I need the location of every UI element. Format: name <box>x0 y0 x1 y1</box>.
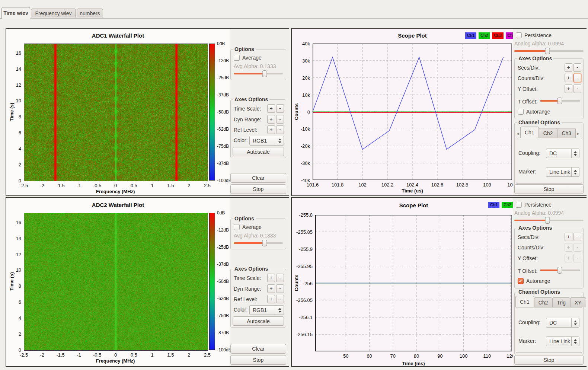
tick-label: 0 <box>292 109 310 115</box>
channel-tabs-scroll-right-icon[interactable]: ▶ <box>576 130 581 138</box>
clear-button[interactable]: Clear <box>230 173 286 183</box>
persistence-checkbox[interactable]: Persistence <box>516 202 552 208</box>
slider-handle[interactable] <box>262 240 267 246</box>
average-checkbox[interactable]: Average <box>234 55 262 61</box>
checkbox-box[interactable] <box>516 202 522 208</box>
avg-alpha-slider[interactable] <box>234 240 283 246</box>
secs-div-minus-button[interactable]: - <box>573 63 581 72</box>
tab-numbers[interactable]: numbers <box>77 9 103 17</box>
ref-level-label: Ref Level: <box>234 296 257 302</box>
counts-div-minus-button[interactable]: - <box>573 243 581 252</box>
checkbox-box[interactable] <box>234 55 240 61</box>
avg-alpha-slider[interactable] <box>234 70 283 77</box>
dyn-range-plus-button[interactable]: + <box>267 284 275 293</box>
slider-handle[interactable] <box>262 70 267 77</box>
tab-label: Time wiev <box>3 10 28 16</box>
slider-handle[interactable] <box>557 267 562 274</box>
time-scale-plus-button[interactable]: + <box>267 274 275 282</box>
groupbox-title: Channel Options <box>517 119 562 125</box>
checkbox-box[interactable]: ✔ <box>518 278 524 284</box>
spinbox-arrows-icon[interactable] <box>571 168 579 176</box>
x-axis-label: Time (us) <box>402 188 423 194</box>
t-offset-slider[interactable] <box>540 98 580 104</box>
y-offset-plus-button[interactable]: + <box>565 84 572 93</box>
clear-button[interactable]: Clear <box>230 344 286 354</box>
spinbox-arrows-icon[interactable] <box>276 306 284 315</box>
slider-handle[interactable] <box>545 48 550 54</box>
channel-tab-ch3[interactable]: Ch3 <box>557 128 576 138</box>
time-scale-plus-button[interactable]: + <box>267 104 275 113</box>
analog-alpha-slider[interactable] <box>514 217 584 224</box>
checkbox-box[interactable] <box>234 224 240 230</box>
checkbox-box[interactable] <box>516 32 522 38</box>
channel-tab-ch2[interactable]: Ch2 <box>539 128 557 138</box>
tab-time-view[interactable]: Time wiev <box>1 7 30 19</box>
tick-label: 70 <box>390 353 396 359</box>
spinbox-arrows-icon[interactable] <box>571 318 579 327</box>
average-checkbox[interactable]: Average <box>234 224 262 230</box>
analog-alpha-slider[interactable] <box>514 48 584 54</box>
dyn-range-minus-button[interactable]: - <box>276 115 284 124</box>
colorbar-label: -25dB <box>217 245 229 250</box>
coupling-spinbox[interactable]: DC <box>546 149 579 158</box>
counts-div-plus-button[interactable]: + <box>565 74 572 82</box>
channel-tab-ch2[interactable]: Ch2 <box>534 297 553 307</box>
tick-label: -1 <box>77 352 81 358</box>
scope1-controls: Persistence Analog Alpha: 0.0994 Axes Op… <box>513 29 587 195</box>
marker-spinbox[interactable]: Line Link <box>546 167 579 177</box>
ref-level-minus-button[interactable]: - <box>276 295 284 303</box>
y-offset-plus-button[interactable]: + <box>565 254 572 262</box>
autorange-checkbox[interactable]: Autorange <box>518 109 550 115</box>
tab-frequency-view[interactable]: Frequency wiev <box>31 9 76 17</box>
ref-level-plus-button[interactable]: + <box>267 295 275 303</box>
color-spinbox[interactable]: RGB1 <box>249 305 284 315</box>
checkbox-box[interactable] <box>518 109 524 115</box>
tick-label: 1 <box>151 352 153 358</box>
tick-label: -1.5 <box>56 352 64 358</box>
slider-handle[interactable] <box>557 98 562 104</box>
colorbar <box>209 213 215 350</box>
slider-handle[interactable] <box>545 217 550 224</box>
spinbox-arrows-icon[interactable] <box>276 136 284 145</box>
stop-button[interactable]: Stop <box>230 184 286 194</box>
coupling-spinbox[interactable]: DC <box>546 318 579 328</box>
counts-div-minus-button[interactable]: - <box>573 74 581 82</box>
secs-div-plus-button[interactable]: + <box>565 63 572 72</box>
plot-title: ADC2 Waterfall Plot <box>6 202 230 208</box>
t-offset-slider[interactable] <box>540 267 580 274</box>
secs-div-plus-button[interactable]: + <box>565 233 572 241</box>
channel-tabs-scroll-left-icon[interactable]: ◀ <box>515 130 520 138</box>
stop-button[interactable]: Stop <box>230 355 286 365</box>
time-scale-minus-button[interactable]: - <box>276 104 284 113</box>
time-scale-label: Time Scale: <box>234 275 261 281</box>
channel-tab-ch1[interactable]: Ch1 <box>520 127 539 138</box>
dyn-range-minus-button[interactable]: - <box>276 284 284 293</box>
slider-fill <box>540 100 560 102</box>
stop-button[interactable]: Stop <box>514 355 584 365</box>
secs-div-minus-button[interactable]: - <box>573 233 581 241</box>
autoscale-button[interactable]: Autoscale <box>233 147 284 156</box>
tick-label: -255.9 <box>292 246 313 252</box>
dyn-range-plus-button[interactable]: + <box>267 115 275 124</box>
counts-div-plus-button[interactable]: + <box>565 243 572 252</box>
spinbox-arrows-icon[interactable] <box>571 149 579 158</box>
channel-tab-xy[interactable]: XY <box>570 297 586 307</box>
ref-level-minus-button[interactable]: - <box>276 125 284 134</box>
spinbox-arrows-icon[interactable] <box>571 337 579 346</box>
adc1-waterfall-panel: ADC1 Waterfall Plot Time (s) Frequency (… <box>6 28 289 196</box>
marker-spinbox[interactable]: Line Link <box>546 336 579 346</box>
y-offset-minus-button[interactable]: - <box>573 84 581 93</box>
color-spinbox[interactable]: RGB1 <box>249 136 284 146</box>
autorange-checkbox[interactable]: ✔ Autorange <box>518 278 550 284</box>
counts-div-label: Counts/Div: <box>518 75 544 81</box>
persistence-checkbox[interactable]: Persistence <box>516 32 552 38</box>
ref-level-plus-button[interactable]: + <box>267 125 275 134</box>
tick-label: 10k <box>292 92 310 98</box>
plot-title: Scope Plot <box>315 202 512 208</box>
y-offset-minus-button[interactable]: - <box>573 254 581 262</box>
stop-button[interactable]: Stop <box>514 184 584 194</box>
autoscale-button[interactable]: Autoscale <box>233 316 284 326</box>
channel-tab-trig[interactable]: Trig <box>552 297 570 307</box>
channel-tab-ch1[interactable]: Ch1 <box>515 296 534 307</box>
time-scale-minus-button[interactable]: - <box>276 274 284 282</box>
